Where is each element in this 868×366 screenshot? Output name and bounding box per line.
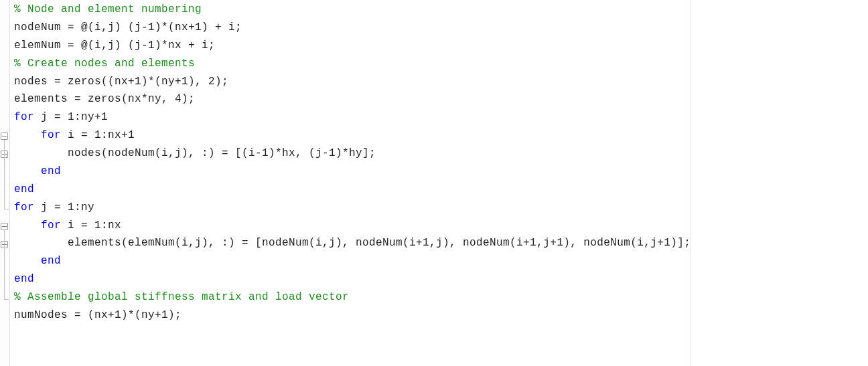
code-text: i = 1:nx+1 xyxy=(61,129,135,141)
code-line[interactable]: elements(elemNum(i,j), :) = [nodeNum(i,j… xyxy=(14,234,691,252)
fold-guide-line xyxy=(4,158,5,189)
code-editor: % Node and element numberingnodeNum = @(… xyxy=(0,0,868,366)
code-line[interactable]: for j = 1:ny xyxy=(14,199,691,217)
comment-text: % Node and element numbering xyxy=(14,3,202,15)
code-line[interactable]: for i = 1:nx+1 xyxy=(14,126,691,145)
keyword-text: for xyxy=(14,111,34,123)
comment-text: % Create nodes and elements xyxy=(14,58,195,70)
code-area[interactable]: % Node and element numberingnodeNum = @(… xyxy=(10,0,691,366)
code-text: elements = zeros(nx*ny, 4); xyxy=(14,93,195,105)
fold-guide-line xyxy=(4,248,5,279)
keyword-text: end xyxy=(14,183,34,195)
code-text: nodes(nodeNum(i,j), :) = [(i-1)*hx, (j-1… xyxy=(68,147,376,159)
code-line[interactable]: end xyxy=(14,163,691,181)
code-text: i = 1:nx xyxy=(61,219,121,232)
code-line[interactable]: nodes(nodeNum(i,j), :) = [(i-1)*hx, (j-1… xyxy=(14,145,691,163)
code-text: j = 1:ny xyxy=(34,201,94,213)
code-text: elements(elemNum(i,j), :) = [nodeNum(i,j… xyxy=(68,237,691,249)
fold-gutter xyxy=(0,0,10,366)
code-line[interactable]: nodes = zeros((nx+1)*(ny+1), 2); xyxy=(14,73,691,91)
code-line[interactable]: end xyxy=(14,181,691,199)
code-line[interactable]: nodeNum = @(i,j) (j-1)*(nx+1) + i; xyxy=(14,19,691,37)
keyword-text: end xyxy=(41,165,61,177)
keyword-text: for xyxy=(14,201,34,213)
code-line[interactable]: for j = 1:ny+1 xyxy=(14,108,691,126)
fold-end-icon xyxy=(4,205,9,209)
minimap[interactable] xyxy=(691,0,868,366)
code-text: nodeNum = @(i,j) (j-1)*(nx+1) + i; xyxy=(14,21,242,33)
code-text: numNodes = (nx+1)*(ny+1); xyxy=(14,309,182,321)
code-line[interactable]: % Assemble global stiffness matrix and l… xyxy=(14,288,691,306)
code-line[interactable]: end xyxy=(14,270,691,288)
keyword-text: end xyxy=(14,273,34,285)
code-line[interactable]: % Node and element numbering xyxy=(14,1,691,19)
code-text: j = 1:ny+1 xyxy=(34,111,108,123)
code-line[interactable]: end xyxy=(14,252,691,270)
keyword-text: for xyxy=(41,129,61,141)
code-text: nodes = zeros((nx+1)*(ny+1), 2); xyxy=(14,76,228,88)
code-line[interactable]: for i = 1:nx xyxy=(14,217,691,235)
code-line[interactable]: % Create nodes and elements xyxy=(14,55,691,73)
code-line[interactable]: elements = zeros(nx*ny, 4); xyxy=(14,90,691,108)
fold-toggle-icon[interactable] xyxy=(1,132,8,140)
comment-text: % Assemble global stiffness matrix and l… xyxy=(14,291,349,303)
keyword-text: for xyxy=(41,219,61,232)
code-line[interactable]: elemNum = @(i,j) (j-1)*nx + i; xyxy=(14,37,691,55)
fold-toggle-icon[interactable] xyxy=(1,223,8,230)
keyword-text: end xyxy=(41,255,61,267)
code-text: elemNum = @(i,j) (j-1)*nx + i; xyxy=(14,39,215,52)
fold-end-icon xyxy=(4,295,9,300)
code-line[interactable]: numNodes = (nx+1)*(ny+1); xyxy=(14,306,691,325)
